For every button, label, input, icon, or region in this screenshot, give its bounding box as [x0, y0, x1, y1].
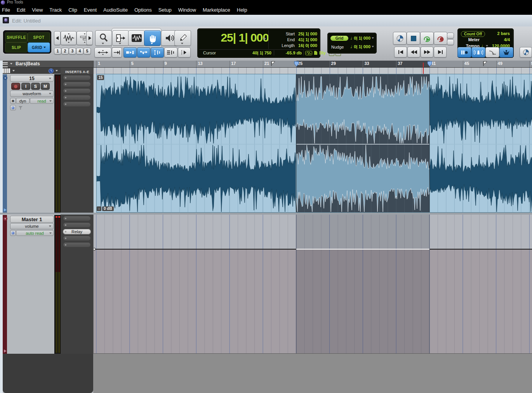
- metronome-button[interactable]: [471, 47, 485, 58]
- return-to-zero-button[interactable]: [394, 47, 407, 58]
- clip-gain-value[interactable]: 0 dB: [102, 206, 114, 211]
- clock-dropdown-caret[interactable]: [56, 70, 58, 72]
- insert-slot[interactable]: [63, 75, 91, 80]
- master-playlist-arrow-icon[interactable]: [3, 349, 7, 353]
- meter-value[interactable]: 4/4: [486, 37, 510, 42]
- midi-merge-button[interactable]: [485, 47, 499, 58]
- ruler-dropdown-caret[interactable]: [10, 63, 12, 65]
- track-input-monitor-button[interactable]: I: [21, 83, 30, 90]
- menu-item-event[interactable]: Event: [84, 7, 97, 13]
- main-counter-dropdown-caret[interactable]: [263, 38, 266, 40]
- track-freeze-button[interactable]: ✱: [10, 98, 16, 104]
- menu-item-view[interactable]: View: [32, 7, 43, 13]
- audio-track-lane[interactable]: 15 ↕ 0 dB: [93, 74, 532, 213]
- trim-tool-button[interactable]: [112, 30, 129, 46]
- insert-slot[interactable]: [63, 222, 91, 228]
- track-mute-button[interactable]: M: [41, 83, 50, 90]
- menu-item-edit[interactable]: Edit: [17, 7, 25, 13]
- inserts-column-header[interactable]: INSERTS A-E: [61, 68, 94, 74]
- track-output-window-button[interactable]: [10, 105, 16, 110]
- wait-for-note-button[interactable]: [457, 47, 471, 58]
- pencil-tool-button[interactable]: [174, 30, 191, 46]
- audio-zoom-button[interactable]: [61, 31, 76, 45]
- zoomer-tool-button[interactable]: [95, 30, 112, 46]
- grid-dropdown-caret[interactable]: [372, 37, 374, 39]
- track-view-selector[interactable]: waveform: [10, 91, 54, 97]
- sel-values[interactable]: 25| 1| 000 41| 1| 000 16| 0| 000: [281, 31, 317, 49]
- menu-item-track[interactable]: Track: [49, 7, 62, 13]
- insert-slot[interactable]: [63, 236, 91, 241]
- menu-item-options[interactable]: Options: [134, 7, 152, 13]
- zoom-preset-1[interactable]: 1: [54, 48, 61, 54]
- go-to-end-button[interactable]: [434, 47, 447, 58]
- automation-follows-edit-button[interactable]: [164, 47, 177, 58]
- master-track-name[interactable]: Master 1: [10, 216, 54, 223]
- main-counter-value[interactable]: 25| 1| 000: [212, 31, 269, 44]
- menu-item-marketplace[interactable]: Marketplace: [203, 7, 230, 13]
- shuffle-mode-button[interactable]: SHUFFLE: [5, 32, 28, 42]
- insert-slot[interactable]: [63, 95, 91, 100]
- ruler-label[interactable]: Bars|Beats: [16, 61, 40, 66]
- menu-item-window[interactable]: Window: [178, 7, 196, 13]
- selection-start-marker[interactable]: [294, 61, 299, 67]
- waveform-view-icon[interactable]: [305, 51, 312, 55]
- online-button[interactable]: [393, 32, 407, 45]
- selection-end-marker[interactable]: [427, 61, 432, 67]
- zoom-preset-3[interactable]: 3: [69, 48, 76, 54]
- insertion-follows-playback-button[interactable]: [151, 47, 164, 58]
- zoom-in-arrow-button[interactable]: [86, 31, 93, 45]
- spot-mode-button[interactable]: SPOT: [28, 32, 50, 42]
- insert-slot[interactable]: [63, 82, 91, 87]
- master-track-lane[interactable]: [93, 215, 532, 354]
- grid-value-button[interactable]: Grid: [330, 36, 348, 41]
- menu-item-file[interactable]: File: [2, 7, 10, 13]
- master-automation-mode[interactable]: auto read: [16, 230, 54, 236]
- zoom-out-arrow-button[interactable]: [54, 31, 61, 45]
- tab-to-transients-button[interactable]: [112, 47, 122, 58]
- zoom-preset-2[interactable]: 2: [61, 48, 69, 54]
- audio-track-header[interactable]: ▾ 15 I S M waveform ✱ dyn read: [3, 74, 61, 213]
- audio-clip-waveform[interactable]: [96, 74, 532, 213]
- master-automation-lane[interactable]: [94, 215, 532, 354]
- toolbar-expand-button-1[interactable]: [447, 33, 454, 38]
- menu-item-setup[interactable]: Setup: [158, 7, 172, 13]
- clip-gain-icon[interactable]: ↕: [97, 206, 101, 211]
- track-list-icon[interactable]: [2, 68, 11, 73]
- rewind-button[interactable]: [407, 47, 420, 58]
- master-output-window-button[interactable]: [10, 230, 16, 236]
- slip-mode-button[interactable]: SLIP: [5, 42, 28, 52]
- track-automation-mode[interactable]: read: [30, 98, 54, 104]
- track-dyn-button[interactable]: dyn: [16, 98, 30, 104]
- ruler-list-icon[interactable]: [2, 62, 8, 67]
- master-view-selector[interactable]: volume: [10, 223, 54, 229]
- master-track-header[interactable]: ▾ Master 1 volume auto read: [3, 215, 61, 354]
- count-off-button[interactable]: Count Off: [461, 31, 485, 37]
- toolbar-expand-button-2[interactable]: [447, 39, 454, 45]
- zoom-preset-4[interactable]: 4: [76, 48, 83, 54]
- link-track-edit-selection-button[interactable]: [137, 47, 150, 58]
- ruler-tick-strip[interactable]: [93, 68, 532, 74]
- menu-item-audiosuite[interactable]: AudioSuite: [103, 7, 128, 13]
- track-record-button[interactable]: [11, 83, 20, 90]
- grabber-tool-button[interactable]: [144, 30, 161, 46]
- stop-button[interactable]: [407, 32, 420, 45]
- play-button[interactable]: [420, 32, 434, 45]
- insert-slot[interactable]: [63, 88, 91, 94]
- post-roll-flag[interactable]: [483, 61, 488, 66]
- playhead-scroll-button[interactable]: [178, 47, 191, 58]
- insert-slot-relay[interactable]: Relay: [63, 229, 91, 234]
- zoom-toggle-button[interactable]: [94, 47, 111, 58]
- fast-forward-button[interactable]: [421, 47, 433, 58]
- clip-doc-icon[interactable]: [314, 51, 318, 55]
- zoom-preset-5[interactable]: 5: [83, 48, 91, 54]
- master-collapse-button[interactable]: ▾: [3, 217, 7, 221]
- record-button[interactable]: [434, 32, 447, 45]
- clock-icon[interactable]: [49, 68, 54, 73]
- grid-mode-button[interactable]: GRID: [28, 42, 50, 52]
- track-list-dropdown-caret[interactable]: [12, 70, 15, 72]
- conductor-button[interactable]: [499, 47, 513, 58]
- insert-slot[interactable]: [63, 242, 91, 248]
- track-collapse-button[interactable]: ▾: [3, 76, 7, 80]
- menu-item-help[interactable]: Help: [237, 7, 247, 13]
- audio-playlist-arrow-icon[interactable]: [3, 208, 7, 212]
